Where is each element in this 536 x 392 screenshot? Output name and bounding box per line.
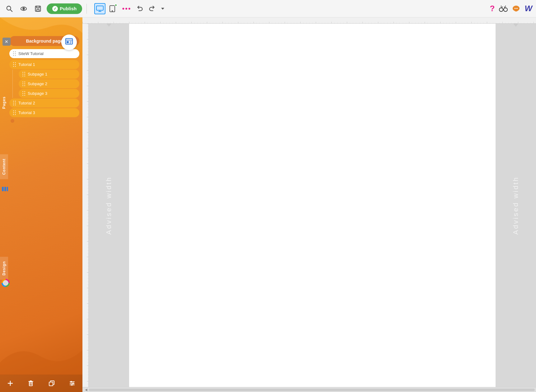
page-item-tutorial2[interactable]: Tutorial 2 <box>9 99 79 108</box>
svg-point-36 <box>71 381 72 382</box>
drag-handle-subpage2 <box>22 81 25 86</box>
svg-rect-32 <box>49 382 53 386</box>
advised-width-left: Advised width <box>89 24 129 387</box>
background-page-label: Background page <box>26 39 63 44</box>
ruler-left <box>82 24 89 387</box>
svg-point-16 <box>517 8 518 9</box>
svg-rect-6 <box>96 6 103 10</box>
chat-icon[interactable] <box>512 5 520 13</box>
media-icon-area <box>1 185 9 193</box>
drag-handle-tutorial1 <box>13 62 16 67</box>
toolbar-right: ? W <box>490 4 532 13</box>
tab-content[interactable]: Content <box>0 154 8 179</box>
panel-icon <box>65 37 73 48</box>
more-dots-label: ••• <box>122 5 131 13</box>
publish-label: Publish <box>60 6 77 11</box>
page-item-subpage2[interactable]: Subpage 2 <box>19 79 79 88</box>
brand-icon[interactable]: W <box>524 4 532 13</box>
save-icon[interactable] <box>32 3 44 14</box>
left-sidebar: ✕ Background page <box>0 17 82 392</box>
svg-point-14 <box>515 8 515 9</box>
svg-point-15 <box>516 8 517 9</box>
search-icon[interactable] <box>4 3 15 14</box>
main-toolbar: ✓ Publish ••• <box>0 0 536 17</box>
drag-handle-subpage3 <box>22 91 25 96</box>
page-label-tutorial1: Tutorial 1 <box>18 62 35 67</box>
media-icon[interactable] <box>1 185 9 193</box>
ruler-left-ticks <box>82 24 89 387</box>
advised-width-right-label: Advised width <box>512 176 520 235</box>
tab-design[interactable]: Design <box>0 257 8 280</box>
left-tab-design-area: Design <box>0 257 8 280</box>
add-page-button[interactable] <box>5 378 16 389</box>
canvas-page[interactable] <box>129 24 496 387</box>
advised-width-left-label: Advised width <box>105 176 113 235</box>
preview-icon[interactable] <box>18 3 29 14</box>
publish-check-icon: ✓ <box>52 6 58 12</box>
page-item-tutorial1[interactable]: Tutorial 1 <box>9 60 79 69</box>
svg-rect-24 <box>4 187 6 191</box>
drag-handle-subpage1 <box>22 72 25 76</box>
svg-rect-23 <box>2 187 4 191</box>
tablet-icon[interactable] <box>107 3 118 14</box>
svg-point-37 <box>72 383 73 384</box>
indent-line <box>12 70 13 98</box>
page-label-tutorial2: Tutorial 2 <box>18 101 35 105</box>
history-dropdown-button[interactable] <box>158 4 168 14</box>
advised-width-right: Advised width <box>496 24 536 387</box>
toolbar-separator-1 <box>86 4 87 14</box>
close-icon: ✕ <box>5 39 8 44</box>
canvas-area: Advised width Advised width ◀ <box>82 17 536 392</box>
svg-rect-25 <box>7 187 8 191</box>
page-label-subpage3: Subpage 3 <box>28 91 47 96</box>
scroll-left-arrow[interactable]: ◀ <box>84 388 89 391</box>
drag-pin <box>11 119 14 123</box>
page-item-subpage1[interactable]: Subpage 1 <box>19 70 79 79</box>
subpages-container: Subpage 1 Subpage 2 Subpage 3 <box>9 70 79 98</box>
svg-rect-50 <box>82 24 89 387</box>
canvas-viewport: Advised width Advised width <box>82 24 536 387</box>
delete-page-button[interactable] <box>25 378 36 389</box>
tab-pages[interactable]: Pages <box>0 92 8 113</box>
scroll-track[interactable] <box>89 389 535 391</box>
svg-point-38 <box>71 385 72 385</box>
binoculars-icon[interactable] <box>499 5 508 12</box>
page-label-subpage2: Subpage 2 <box>28 81 47 86</box>
toolbar-left: ✓ Publish ••• <box>4 3 487 14</box>
horizontal-scrollbar[interactable]: ◀ <box>82 387 536 392</box>
page-label-sitew: SiteW Tutorial <box>18 51 44 56</box>
close-panel-button[interactable]: ✕ <box>2 38 11 46</box>
svg-rect-29 <box>29 382 32 386</box>
drag-handle-tutorial3 <box>13 110 16 115</box>
palette-icon[interactable] <box>1 279 10 287</box>
undo-button[interactable] <box>135 4 145 14</box>
settings-page-button[interactable] <box>67 378 78 389</box>
more-options-icon[interactable]: ••• <box>121 3 132 14</box>
pages-panel: Background page SiteW Tutorial Tutorial … <box>9 36 79 373</box>
svg-point-3 <box>23 8 25 10</box>
redo-button[interactable] <box>147 4 156 14</box>
page-item-tutorial3[interactable]: Tutorial 3 <box>9 108 79 117</box>
svg-point-10 <box>112 11 113 11</box>
arrow-top-right <box>513 24 518 27</box>
svg-rect-4 <box>35 6 41 11</box>
ruler-top <box>82 17 536 24</box>
page-item-subpage3[interactable]: Subpage 3 <box>19 89 79 98</box>
help-icon[interactable]: ? <box>490 4 495 13</box>
sidebar-bottom-toolbar <box>0 375 82 392</box>
left-tabs: Pages <box>0 92 8 113</box>
desktop-icon[interactable] <box>94 3 105 14</box>
svg-rect-44 <box>82 17 536 24</box>
duplicate-page-button[interactable] <box>46 378 57 389</box>
page-label-subpage1: Subpage 1 <box>28 72 47 76</box>
page-label-tutorial3: Tutorial 3 <box>18 110 35 115</box>
main-area: ✕ Background page <box>0 17 536 392</box>
page-item-sitew-tutorial[interactable]: SiteW Tutorial <box>9 49 79 58</box>
svg-rect-19 <box>67 41 69 43</box>
svg-rect-5 <box>37 9 39 11</box>
left-tab-content-area: Content <box>0 154 8 179</box>
panel-icon-button[interactable] <box>61 35 77 50</box>
ruler-ticks <box>82 17 536 24</box>
publish-button[interactable]: ✓ Publish <box>47 3 82 14</box>
svg-line-1 <box>11 10 12 11</box>
